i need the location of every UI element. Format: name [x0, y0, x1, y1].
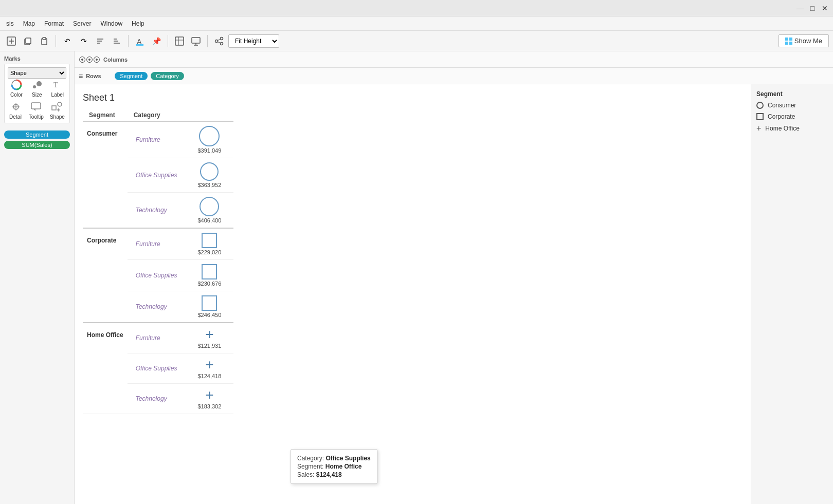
paste-button[interactable] [37, 34, 51, 48]
redo-button[interactable]: ↷ [77, 34, 91, 48]
svg-rect-15 [175, 37, 184, 45]
present-button[interactable] [189, 34, 203, 48]
category-cell: Office Supplies [128, 158, 186, 193]
svg-point-40 [58, 102, 62, 106]
show-me-label: Show Me [794, 37, 822, 45]
legend-item-label: Home Office [765, 125, 799, 132]
value-label: $406,400 [197, 217, 221, 223]
tooltip-category-label: Category: [297, 455, 324, 462]
tooltip-sales-label: Sales: [297, 471, 314, 478]
close-button[interactable]: ✕ [821, 4, 829, 12]
svg-rect-37 [31, 103, 41, 109]
sort-desc-button[interactable] [110, 34, 124, 48]
menu-help[interactable]: Help [128, 18, 149, 29]
marks-options: Color Size T Label [8, 79, 66, 120]
size-icon [31, 79, 43, 91]
svg-line-24 [218, 39, 221, 40]
table-button[interactable] [172, 34, 187, 48]
shape-icon [51, 101, 63, 113]
highlight-color-button[interactable]: A [133, 34, 147, 48]
shape-cell[interactable]: +$124,418 [185, 353, 233, 384]
sep4 [207, 35, 208, 47]
category-cell: Office Supplies [128, 353, 186, 384]
shape-wrapper: $363,952 [197, 162, 221, 188]
new-datasource-button[interactable] [4, 34, 19, 48]
legend-item[interactable]: Consumer [756, 102, 828, 109]
share-button[interactable] [212, 34, 226, 48]
menu-format[interactable]: Format [40, 18, 68, 29]
menu-sis[interactable]: sis [2, 18, 18, 29]
plus-shape: + [205, 327, 213, 342]
value-label: $183,302 [197, 403, 221, 409]
size-label: Size [32, 92, 42, 98]
value-label: $246,450 [197, 312, 221, 318]
plus-shape: + [205, 358, 213, 372]
col-segment: Segment [83, 109, 128, 121]
fit-height-dropdown[interactable]: Fit Height Fit Width Entire View Standar… [228, 34, 279, 48]
color-icon [10, 79, 23, 91]
columns-label: Columns [103, 57, 129, 63]
shape-wrapper: $391,049 [197, 126, 221, 154]
pin-button[interactable]: 📌 [149, 34, 164, 48]
plus-shape: + [205, 388, 213, 402]
svg-point-23 [221, 42, 223, 45]
segment-label: Home Office [83, 323, 128, 414]
label-option[interactable]: T Label [51, 79, 64, 98]
undo-button[interactable]: ↶ [60, 34, 75, 48]
title-bar: — □ ✕ [0, 0, 833, 16]
main-layout: Marks Shape Automatic Bar Line Circle Sq… [0, 51, 833, 504]
tooltip-option[interactable]: Tooltip [29, 101, 44, 120]
shape-wrapper: +$183,302 [197, 388, 221, 409]
svg-text:T: T [53, 81, 58, 89]
sumsales-pill[interactable]: SUM(Sales) [4, 141, 70, 149]
size-option[interactable]: Size [31, 79, 43, 98]
menu-map[interactable]: Map [19, 18, 39, 29]
table-row[interactable]: CorporateFurniture$229,020 [83, 228, 233, 260]
table-row[interactable]: ConsumerFurniture$391,049 [83, 121, 233, 158]
copy-sheet-button[interactable] [21, 34, 35, 48]
detail-option[interactable]: Detail [9, 101, 23, 120]
svg-point-31 [33, 85, 36, 88]
svg-point-32 [37, 81, 42, 86]
svg-rect-27 [789, 38, 792, 41]
shape-option[interactable]: Shape [50, 101, 65, 120]
category-field-pill[interactable]: Category [151, 72, 184, 80]
shape-cell[interactable]: +$121,931 [185, 323, 233, 353]
svg-rect-26 [785, 38, 788, 41]
svg-point-22 [215, 40, 218, 42]
shape-cell[interactable]: $229,020 [185, 228, 233, 260]
circle-shape [199, 126, 220, 146]
tooltip-label: Tooltip [29, 114, 44, 120]
value-label: $391,049 [197, 147, 221, 154]
show-me-button[interactable]: Show Me [778, 34, 829, 47]
circle-shape [200, 197, 219, 216]
legend-item[interactable]: Corporate [756, 113, 828, 120]
tooltip-segment-row: Segment: Home Office [297, 463, 371, 470]
shape-cell[interactable]: +$183,302 [185, 384, 233, 414]
table-row[interactable]: Home OfficeFurniture+$121,931 [83, 323, 233, 353]
segment-pill[interactable]: Segment [4, 130, 70, 139]
legend-item[interactable]: +Home Office [756, 124, 828, 133]
sep1 [56, 35, 56, 47]
tooltip-sales-val: $124,418 [316, 471, 342, 478]
label-label: Label [51, 92, 64, 98]
label-icon: T [51, 79, 64, 91]
window-controls[interactable]: — □ ✕ [796, 4, 829, 12]
left-sidebar: Marks Shape Automatic Bar Line Circle Sq… [0, 51, 75, 504]
maximize-button[interactable]: □ [808, 4, 817, 12]
menu-window[interactable]: Window [96, 18, 126, 29]
menu-server[interactable]: Server [69, 18, 95, 29]
shape-cell[interactable]: $363,952 [185, 158, 233, 193]
detail-label: Detail [9, 114, 23, 120]
marks-type-select[interactable]: Shape Automatic Bar Line Circle Square [8, 67, 66, 79]
sort-asc-button[interactable] [93, 34, 107, 48]
segment-field-pill[interactable]: Segment [115, 72, 148, 80]
shape-cell[interactable]: $406,400 [185, 193, 233, 229]
legend-square-icon [756, 113, 764, 120]
shape-cell[interactable]: $246,450 [185, 291, 233, 323]
shape-cell[interactable]: $391,049 [185, 121, 233, 158]
shape-cell[interactable]: $230,676 [185, 260, 233, 291]
svg-rect-39 [52, 106, 56, 110]
minimize-button[interactable]: — [796, 4, 804, 12]
color-option[interactable]: Color [10, 79, 23, 98]
